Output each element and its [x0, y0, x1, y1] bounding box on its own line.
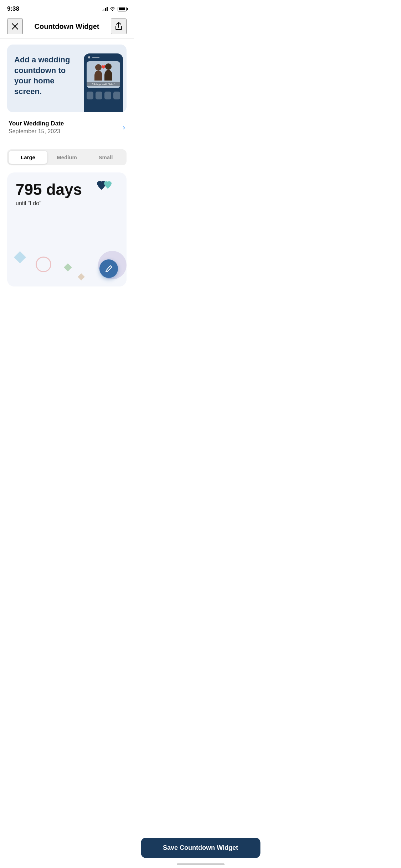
hero-text: Add a wedding countdown to your home scr…: [14, 55, 73, 97]
deco-circle-pink: [36, 257, 51, 272]
page-title: Countdown Widget: [35, 22, 99, 31]
size-btn-large[interactable]: Large: [9, 151, 47, 164]
phone-screen-content: ❤️ 13 days until "I do": [87, 61, 120, 88]
hearts-decoration: [94, 180, 119, 194]
share-button[interactable]: [111, 19, 127, 34]
size-btn-small[interactable]: Small: [86, 151, 125, 164]
edit-fab-button[interactable]: [99, 259, 118, 278]
status-bar: 9:38: [0, 0, 134, 16]
size-btn-medium[interactable]: Medium: [47, 151, 86, 164]
wifi-icon: [110, 7, 115, 11]
nav-header: Countdown Widget: [0, 16, 134, 39]
deco-diamond-gold: [78, 273, 85, 280]
hero-phone-area: ❤️ 13 days until "I do": [80, 45, 127, 112]
close-icon: [12, 23, 18, 30]
size-selector: Large Medium Small: [7, 149, 127, 165]
hero-text-area: Add a wedding countdown to your home scr…: [7, 45, 80, 112]
phone-countdown-text: 13 days until "I do": [87, 82, 120, 86]
share-icon: [115, 22, 123, 31]
battery-icon: [118, 7, 127, 11]
close-button[interactable]: [7, 19, 23, 34]
status-icons: [102, 7, 127, 11]
main-content: Add a wedding countdown to your home scr…: [0, 45, 134, 329]
deco-diamond-blue: [14, 251, 26, 263]
widget-preview: 795 days until "I do": [7, 172, 127, 286]
deco-diamond-green: [64, 263, 72, 272]
status-time: 9:38: [7, 5, 19, 12]
widget-subtitle: until "I do": [16, 200, 118, 207]
hero-banner: Add a wedding countdown to your home scr…: [7, 45, 127, 112]
phone-mockup: ❤️ 13 days until "I do": [84, 53, 123, 112]
signal-icon: [102, 7, 108, 11]
wedding-date-label: Your Wedding Date: [9, 120, 64, 127]
chevron-right-icon: ›: [123, 123, 125, 131]
wedding-date-row[interactable]: Your Wedding Date September 15, 2023 ›: [7, 112, 127, 142]
edit-icon: [105, 265, 113, 273]
wedding-date-value: September 15, 2023: [9, 128, 64, 135]
